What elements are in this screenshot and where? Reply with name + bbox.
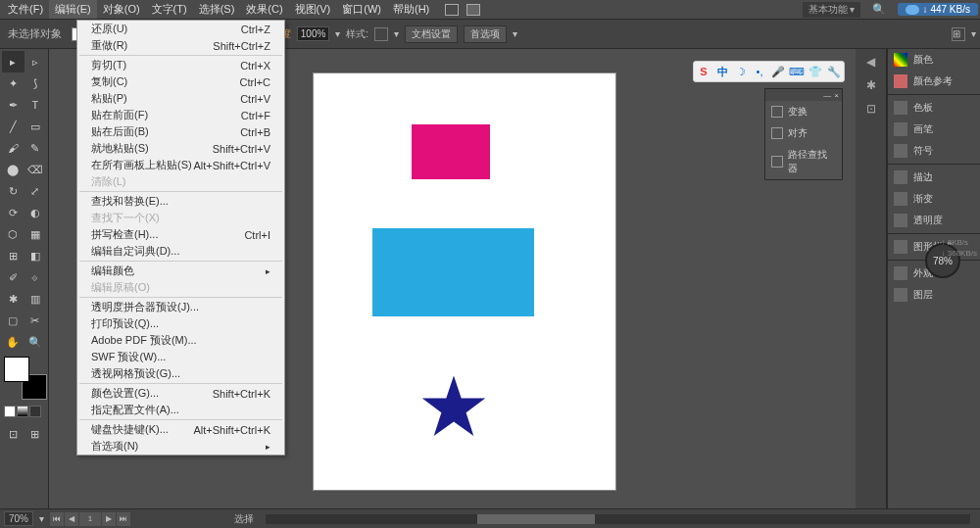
gradient-tool[interactable]: ◧ [24,245,47,266]
perspective-grid-tool[interactable]: ▦ [24,223,47,245]
panel-stroke[interactable]: 描边 [888,167,980,188]
menu-file[interactable]: 文件(F) [2,0,49,19]
direct-selection-tool[interactable]: ▹ [24,51,47,72]
edit-menu-item[interactable]: 颜色设置(G)...Shift+Ctrl+K [77,385,284,402]
artboard-number[interactable]: 1 [79,512,101,526]
free-transform-tool[interactable]: ◐ [24,202,47,223]
edit-menu-item[interactable]: Adobe PDF 预设(M)... [77,332,284,349]
rotate-tool[interactable]: ↻ [2,180,24,202]
edit-menu-item[interactable]: 编辑颜色 [77,263,284,279]
shape-navy-star[interactable] [419,372,488,441]
menu-text[interactable]: 文字(T) [146,0,193,19]
transform-panel[interactable]: —× 变换 对齐 路径查找器 [764,88,843,180]
selection-tool[interactable]: ▸ [2,51,24,72]
color-mode-fill[interactable] [4,406,16,417]
symbol-sprayer-tool[interactable]: ✱ [2,288,24,310]
color-selector[interactable] [4,357,47,400]
ime-skin-icon[interactable]: 👕 [808,65,822,78]
panel-brushes[interactable]: 画笔 [888,119,980,140]
color-mode-gradient[interactable] [17,406,28,417]
edit-menu-item[interactable]: 复制(C)Ctrl+C [77,73,284,90]
edit-menu-item[interactable]: 指定配置文件(A)... [77,402,284,418]
document-setup-button[interactable]: 文档设置 [405,25,458,43]
last-artboard-button[interactable]: ⏭ [117,512,130,526]
pencil-tool[interactable]: ✎ [24,137,47,159]
hand-tool[interactable]: ✋ [2,331,24,353]
edit-menu-item[interactable]: 打印预设(Q)... [77,315,284,332]
fill-color[interactable] [4,357,29,382]
search-icon[interactable]: 🔍 [866,3,892,16]
slice-tool[interactable]: ✂ [24,310,47,331]
panel-color[interactable]: 颜色 [888,49,980,71]
screen-mode-normal[interactable]: ⊡ [2,423,24,445]
app-frame-icon[interactable] [466,4,480,16]
shape-builder-tool[interactable]: ⬡ [2,223,24,245]
scrollbar-thumb[interactable] [477,514,595,524]
panel-item-pathfinder[interactable]: 路径查找器 [765,144,842,179]
panel-gradient[interactable]: 渐变 [888,188,980,210]
scale-tool[interactable]: ⤢ [24,180,47,202]
collapse-toggle-icon[interactable]: ◀ [862,53,880,71]
color-mode-none[interactable] [29,406,41,417]
edit-menu-item[interactable]: 还原(U)Ctrl+Z [77,21,284,37]
align-group-icon[interactable]: ⊞ [952,27,965,41]
first-artboard-button[interactable]: ⏮ [50,512,64,526]
panel-symbols[interactable]: 符号 [888,140,980,162]
ime-mic-icon[interactable]: 🎤 [771,65,785,78]
layout-icon[interactable] [445,4,459,16]
paintbrush-tool[interactable]: 🖌 [2,137,24,159]
shape-magenta-rect[interactable] [412,124,490,179]
panel-header[interactable]: —× [765,89,842,101]
edit-menu-item[interactable]: SWF 预设(W)... [77,349,284,365]
style-swatch[interactable] [374,27,388,41]
edit-menu-item[interactable]: 剪切(T)Ctrl+X [77,57,284,73]
mesh-tool[interactable]: ⊞ [2,245,24,266]
panel-close-icon[interactable]: × [834,91,839,100]
magic-wand-tool[interactable]: ✦ [2,72,24,94]
edit-menu-item[interactable]: 查找和替换(E)... [77,193,284,210]
ime-logo-icon[interactable]: S [697,65,710,78]
edit-menu-item[interactable]: 就地粘贴(S)Shift+Ctrl+V [77,140,284,157]
zoom-level[interactable]: 70% [4,511,33,526]
ime-toolbar[interactable]: S 中 ☽ •, 🎤 ⌨ 👕 🔧 [693,61,845,82]
panel-item-align[interactable]: 对齐 [765,122,842,144]
artboard[interactable] [314,73,615,490]
menu-edit[interactable]: 编辑(E) [49,0,97,19]
line-tool[interactable]: ╱ [2,116,24,137]
column-graph-tool[interactable]: ▥ [24,288,47,310]
menu-window[interactable]: 窗口(W) [336,0,387,19]
workspace-switcher[interactable]: 基本功能 ▾ [803,2,861,18]
next-artboard-button[interactable]: ▶ [102,512,116,526]
ime-punct-icon[interactable]: •, [753,65,766,78]
edit-menu-item[interactable]: 编辑自定词典(D)... [77,243,284,260]
ime-toolbox-icon[interactable]: 🔧 [827,65,841,78]
shape-cyan-rect[interactable] [372,228,534,316]
edit-menu-item[interactable]: 拼写检查(H)...Ctrl+I [77,226,284,243]
menu-object[interactable]: 对象(O) [97,0,146,19]
panel-item-transform[interactable]: 变换 [765,101,842,122]
eyedropper-tool[interactable]: ✐ [2,266,24,288]
menu-help[interactable]: 帮助(H) [387,0,435,19]
panel-layers[interactable]: 图层 [888,284,980,306]
coll-brushes-icon[interactable]: ⊡ [862,100,880,118]
panel-transparency[interactable]: 透明度 [888,210,980,231]
opacity-value[interactable]: 100% [297,26,330,41]
menu-view[interactable]: 视图(V) [289,0,337,19]
ime-keyboard-icon[interactable]: ⌨ [790,65,804,78]
ime-lang-button[interactable]: 中 [715,65,729,78]
blend-tool[interactable]: ⟐ [24,266,47,288]
panel-swatches[interactable]: 色板 [888,97,980,119]
panel-color-guide[interactable]: 颜色参考 [888,71,980,92]
type-tool[interactable]: T [24,94,47,116]
prev-artboard-button[interactable]: ◀ [65,512,78,526]
coll-symbols-icon[interactable]: ✱ [862,76,880,94]
edit-menu-item[interactable]: 透明度拼合器预设(J)... [77,299,284,315]
edit-menu-item[interactable]: 贴在后面(B)Ctrl+B [77,123,284,140]
preferences-button[interactable]: 首选项 [464,25,507,43]
eraser-tool[interactable]: ⌫ [24,159,47,180]
ime-moon-icon[interactable]: ☽ [734,65,748,78]
edit-menu-item[interactable]: 粘贴(P)Ctrl+V [77,90,284,107]
pen-tool[interactable]: ✒ [2,94,24,116]
menu-select[interactable]: 选择(S) [193,0,241,19]
zoom-tool[interactable]: 🔍 [24,331,47,353]
